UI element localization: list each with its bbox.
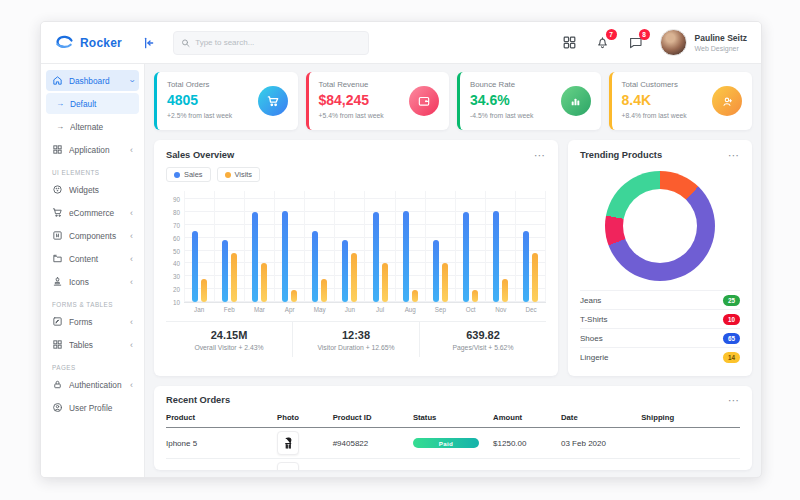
top-header: Rocker	[41, 22, 761, 64]
bar-sales[interactable]	[433, 240, 439, 302]
bar-group-oct	[455, 191, 485, 302]
bar-visits[interactable]	[412, 290, 418, 302]
column-header[interactable]: Photo	[277, 413, 333, 422]
user-name: Pauline Seitz	[695, 33, 747, 43]
brand-logo[interactable]: Rocker	[41, 33, 137, 53]
trending-donut-chart	[605, 171, 715, 281]
bar-sales[interactable]	[373, 212, 379, 302]
bar-visits[interactable]	[231, 253, 237, 302]
bar-group-dec	[515, 191, 546, 302]
search-input[interactable]	[195, 38, 361, 47]
stat-card-bounce-rate[interactable]: Bounce Rate 34.6% -4.5% from last week	[457, 72, 601, 130]
sidebar-item-label: Content	[69, 254, 124, 264]
sidebar-item-dashboard[interactable]: Dashboard ‹	[46, 70, 139, 91]
column-header[interactable]: Status	[413, 413, 493, 422]
y-tick-label: 30	[173, 273, 180, 280]
bar-visits[interactable]	[532, 253, 538, 302]
sidebar-item-ecommerce[interactable]: eCommerce ‹	[46, 202, 139, 223]
bar-visits[interactable]	[472, 290, 478, 302]
bar-visits[interactable]	[291, 290, 297, 302]
search-bar[interactable]	[173, 31, 369, 55]
sidebar-item-forms[interactable]: Forms ‹	[46, 311, 139, 332]
trending-item-shoes[interactable]: Shoes 65	[580, 328, 740, 347]
sidebar-item-components[interactable]: Components ‹	[46, 225, 139, 246]
trending-item-tshirts[interactable]: T-Shirts 10	[580, 309, 740, 328]
sidebar-item-authentication[interactable]: Authentication ‹	[46, 374, 139, 395]
card-menu-button[interactable]: ⋯	[728, 397, 740, 403]
card-title: Sales Overview	[166, 150, 234, 160]
sidebar-collapse-button[interactable]	[137, 32, 159, 54]
legend-item-visits[interactable]: Visits	[217, 167, 261, 182]
sidebar-section-label: FORMS & TABLES	[52, 301, 133, 308]
card-menu-button[interactable]: ⋯	[534, 152, 546, 158]
sidebar-item-label: Components	[69, 231, 124, 241]
column-header[interactable]: Shipping	[641, 413, 740, 422]
order-row[interactable]: Iphone 5 #9405822 Paid $1250.00	[166, 428, 740, 459]
sidebar-item-default[interactable]: → Default	[46, 93, 139, 114]
order-row-partial[interactable]	[166, 459, 740, 470]
bar-visits[interactable]	[351, 253, 357, 302]
card-title: Recent Orders	[166, 395, 230, 405]
user-menu[interactable]: Pauline Seitz Web Designer	[660, 29, 747, 56]
x-axis-labels: JanFebMarAprMayJunJulAugSepOctNovDec	[184, 306, 546, 313]
sidebar-item-tables[interactable]: Tables ‹	[46, 334, 139, 355]
form-pencil-icon	[52, 316, 63, 327]
sidebar-item-content[interactable]: Content ‹	[46, 248, 139, 269]
product-photo[interactable]	[277, 431, 299, 455]
notifications-button[interactable]: 7	[594, 34, 611, 51]
apps-grid-button[interactable]	[561, 34, 578, 51]
count-badge: 65	[723, 333, 740, 344]
cart-icon	[52, 207, 63, 218]
widgets-icon	[52, 184, 63, 195]
y-tick-label: 90	[173, 196, 180, 203]
chevron-left-icon: ‹	[130, 317, 133, 327]
cart-icon	[258, 86, 288, 116]
y-tick-label: 20	[173, 286, 180, 293]
messages-button[interactable]: 8	[627, 34, 644, 51]
trending-item-jeans[interactable]: Jeans 25	[580, 290, 740, 309]
column-header[interactable]: Amount	[493, 413, 561, 422]
stat-card-total-customers[interactable]: Total Customers 8.4K +8.4% from last wee…	[609, 72, 753, 130]
sidebar-item-icons[interactable]: Icons ‹	[46, 271, 139, 292]
sidebar-item-user-profile[interactable]: User Profile	[46, 397, 139, 418]
bar-visits[interactable]	[261, 263, 267, 302]
bar-sales[interactable]	[493, 211, 499, 302]
bar-group-jan	[184, 191, 214, 302]
sidebar-section-label: PAGES	[52, 364, 133, 371]
bar-sales[interactable]	[252, 212, 258, 302]
bar-visits[interactable]	[321, 279, 327, 302]
sales-bar-chart: 908070605040302010	[166, 191, 546, 303]
bar-sales[interactable]	[282, 211, 288, 302]
sidebar-item-application[interactable]: Application ‹	[46, 139, 139, 160]
bar-visits[interactable]	[382, 263, 388, 302]
bar-visits[interactable]	[442, 263, 448, 302]
bar-group-sep	[425, 191, 455, 302]
trending-item-lingerie[interactable]: Lingerie 14	[580, 347, 740, 366]
column-header[interactable]: Product	[166, 413, 277, 422]
bar-visits[interactable]	[201, 279, 207, 302]
stat-card-total-revenue[interactable]: Total Revenue $84,245 +5.4% from last we…	[306, 72, 450, 130]
chevron-left-icon: ‹	[130, 145, 133, 155]
bar-sales[interactable]	[403, 211, 409, 302]
bar-visits[interactable]	[502, 279, 508, 302]
column-header[interactable]: Product ID	[333, 413, 413, 422]
sidebar-item-label: Tables	[69, 340, 124, 350]
bar-sales[interactable]	[222, 240, 228, 302]
bar-sales[interactable]	[192, 231, 198, 302]
legend-item-sales[interactable]: Sales	[166, 167, 211, 182]
card-menu-button[interactable]: ⋯	[728, 152, 740, 158]
y-tick-label: 70	[173, 222, 180, 229]
column-header[interactable]: Date	[561, 413, 641, 422]
user-circle-icon	[52, 402, 63, 413]
product-photo[interactable]	[277, 462, 299, 470]
trending-label: Shoes	[580, 334, 603, 343]
sidebar-item-widgets[interactable]: Widgets	[46, 179, 139, 200]
bar-sales[interactable]	[312, 231, 318, 302]
sidebar-item-alternate[interactable]: → Alternate	[46, 116, 139, 137]
stat-card-total-orders[interactable]: Total Orders 4805 +2.5% from last week	[154, 72, 298, 130]
bar-sales[interactable]	[523, 231, 529, 302]
chevron-left-icon: ‹	[130, 277, 133, 287]
sidebar-section-label: UI ELEMENTS	[52, 169, 133, 176]
bar-sales[interactable]	[342, 240, 348, 302]
bar-sales[interactable]	[463, 212, 469, 302]
